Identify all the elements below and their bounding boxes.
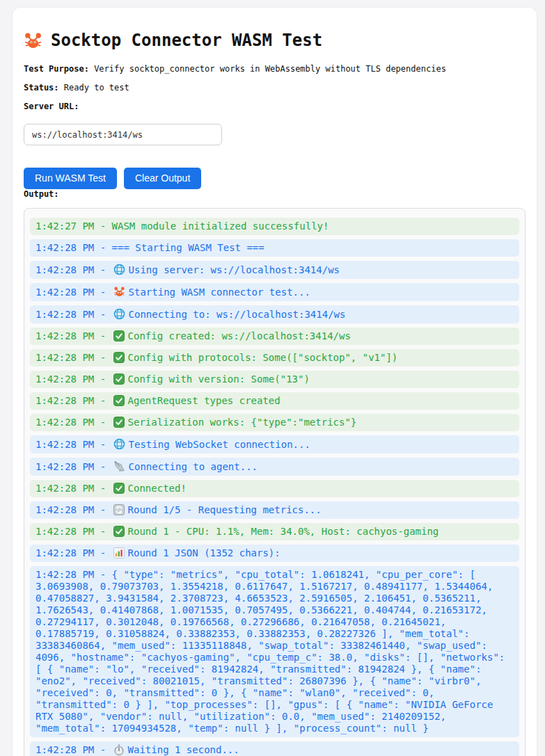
page-title: Socktop Connector WASM Test [24,31,526,50]
log-line: 1:42:28 PM - { "type": "metrics", "cpu_t… [30,566,519,737]
log-line: 1:42:28 PM - === Starting WASM Test === [30,239,519,257]
log-message: Round 1 - CPU: 1.1%, Mem: 34.0%, Host: c… [128,526,439,537]
main-card: Socktop Connector WASM Test Test Purpose… [12,7,537,756]
log-timestamp: 1:42:28 PM - [35,373,112,385]
check-icon [113,483,125,494]
log-timestamp: 1:42:28 PM - [35,287,112,298]
log-line: 1:42:28 PM - Config with protocols: Some… [30,349,519,367]
check-icon [113,417,125,428]
test-purpose-text: Verify socktop_connector works in WebAss… [89,64,446,74]
page-title-text: Socktop Connector WASM Test [51,31,322,50]
check-icon [113,395,125,406]
log-line: 1:42:28 PM - Round 1 - CPU: 1.1%, Mem: 3… [30,523,519,540]
log-timestamp: 1:42:28 PM - [35,547,112,558]
status-label: Status: [24,83,59,93]
test-purpose-line: Test Purpose: Verify socktop_connector w… [24,64,526,74]
server-url-label: Server URL: [24,102,79,111]
log-timestamp: 1:42:27 PM - [35,220,112,232]
log-line: 1:42:28 PM - Connecting to agent... [30,458,519,476]
log-message: Serialization works: {"type":"metrics"} [128,417,357,428]
log-line: 1:42:28 PM - Using server: ws://localhos… [30,261,519,279]
log-line: 1:42:28 PM - Round 1/5 - Requesting metr… [30,501,519,519]
log-timestamp: 1:42:28 PM - [35,439,112,450]
log-line: 1:42:28 PM - Connected! [30,480,519,497]
globe-icon [113,438,125,450]
log-message: Config with protocols: Some(["socktop", … [128,352,398,363]
check-icon [113,352,125,363]
log-timestamp: 1:42:28 PM - [35,264,112,275]
log-timestamp: 1:42:28 PM - [35,309,112,320]
satellite-icon [113,460,125,472]
log-message: Config created: ws://localhost:3414/ws [128,330,351,341]
button-row: Run WASM Test Clear Output [24,168,526,189]
log-message: Connecting to: ws://localhost:3414/ws [129,309,346,320]
status-text: Ready to test [59,83,129,93]
log-message: WASM module initialized successfully! [112,220,329,232]
log-line: 1:42:28 PM - Connecting to: ws://localho… [30,305,519,323]
log-timestamp: 1:42:28 PM - [35,352,112,363]
log-message: Connected! [128,483,187,494]
chart-icon [113,547,125,558]
log-message: Waiting 1 second... [128,744,239,755]
log-timestamp: 1:42:28 PM - [35,504,112,515]
log-message: Round 1 JSON (1352 chars): [128,547,281,558]
log-message: Round 1/5 - Requesting metrics... [128,504,322,515]
globe-icon [113,264,125,275]
output-label: Output: [24,189,526,199]
log-timestamp: 1:42:28 PM - [35,461,112,472]
log-line: 1:42:28 PM - Config created: ws://localh… [30,328,519,345]
log-timestamp: 1:42:28 PM - [35,330,112,341]
log-line: 1:42:28 PM - Config with version: Some("… [30,371,519,388]
log-timestamp: 1:42:28 PM - [35,242,112,253]
log-timestamp: 1:42:28 PM - [35,744,112,755]
globe-icon [113,308,125,320]
test-purpose-label: Test Purpose: [24,64,89,74]
log-timestamp: 1:42:28 PM - [35,483,112,494]
log-message: Starting WASM connector test... [129,287,310,298]
check-icon [113,526,125,537]
log-timestamp: 1:42:28 PM - [35,526,112,537]
log-line: 1:42:28 PM - Waiting 1 second... [30,741,519,756]
server-url-line: Server URL: [24,102,526,111]
log-timestamp: 1:42:28 PM - [35,417,112,428]
log-message: { "type": "metrics", "cpu_total": 1.0618… [35,569,511,734]
crab-icon [24,31,42,50]
log-line: 1:42:28 PM - Serialization works: {"type… [30,414,519,431]
refresh-icon [113,504,125,515]
log-line: 1:42:28 PM - Testing WebSocket connectio… [30,435,519,453]
log-message: AgentRequest types created [128,395,281,406]
log-message: Config with version: Some("13") [128,373,310,385]
log-message: Using server: ws://localhost:3414/ws [129,264,340,275]
server-url-input[interactable] [24,124,222,145]
log-output: 1:42:27 PM - WASM module initialized suc… [24,208,526,756]
status-line: Status: Ready to test [24,83,526,93]
clear-output-button[interactable]: Clear Output [124,168,201,189]
stopwatch-icon [113,744,125,755]
check-icon [113,330,125,341]
log-message: Connecting to agent... [129,461,258,472]
log-line: 1:42:28 PM - Starting WASM connector tes… [30,283,519,301]
log-timestamp: 1:42:28 PM - [35,569,112,580]
check-icon [113,373,125,385]
log-message: Testing WebSocket connection... [129,439,310,450]
crab-icon [113,286,125,298]
log-timestamp: 1:42:28 PM - [35,395,112,406]
log-message: === Starting WASM Test === [112,242,264,253]
run-wasm-test-button[interactable]: Run WASM Test [24,168,117,189]
log-line: 1:42:27 PM - WASM module initialized suc… [30,218,519,235]
log-line: 1:42:28 PM - AgentRequest types created [30,392,519,410]
log-line: 1:42:28 PM - Round 1 JSON (1352 chars): [30,545,519,562]
